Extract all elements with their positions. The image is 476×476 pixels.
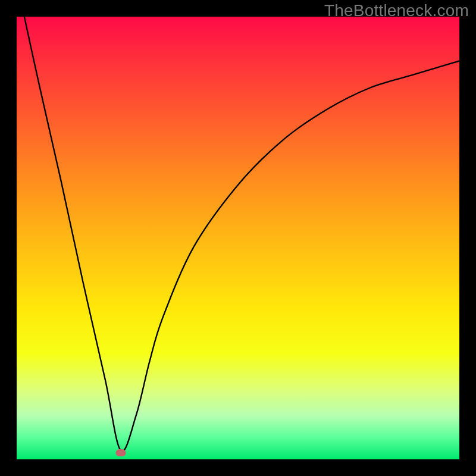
plot-area xyxy=(17,17,459,459)
bottleneck-curve-path xyxy=(17,17,459,452)
curve-svg xyxy=(17,17,459,459)
minimum-marker xyxy=(115,449,126,456)
chart-frame: TheBottleneck.com xyxy=(0,0,476,476)
